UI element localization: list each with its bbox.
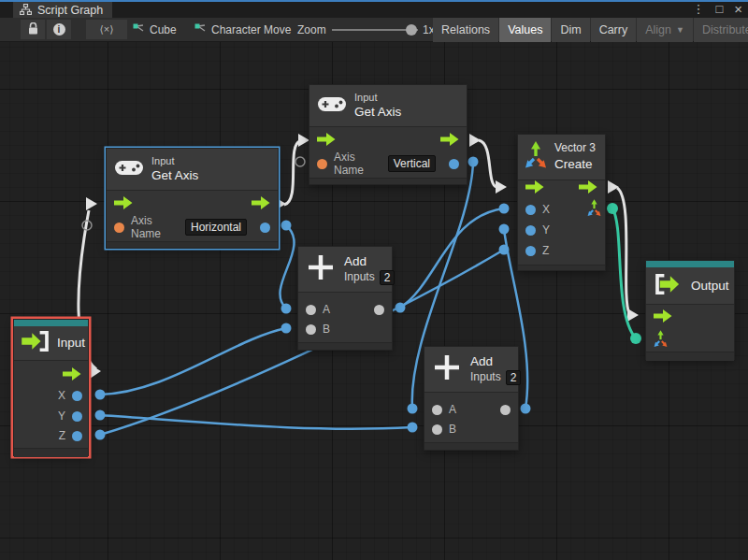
node-graph-input[interactable]: Input X Y Z [13, 319, 89, 456]
graph-tab-label: Cube [150, 23, 177, 36]
node-title: Get Axis [354, 104, 401, 121]
node-title: Add [344, 253, 395, 270]
values-button[interactable]: Values [499, 18, 551, 42]
dim-button[interactable]: Dim [552, 18, 589, 42]
breadcrumb-graph-cube[interactable]: Cube [133, 18, 177, 41]
input-port-a[interactable] [306, 305, 316, 315]
flow-in-port[interactable] [525, 180, 544, 197]
input-port-b[interactable] [432, 424, 442, 435]
code-icon: ⟨×⟩ [99, 23, 113, 36]
input-port-b[interactable] [306, 324, 316, 335]
input-port-y[interactable] [525, 225, 536, 236]
node-category: Input [354, 91, 401, 104]
window-tab-strip: Script Graph ⋮ □ × [0, 0, 748, 18]
param-label: Axis Name [131, 214, 179, 240]
result-output-port[interactable] [449, 159, 459, 169]
flow-in-port[interactable] [654, 309, 672, 326]
node-title: Get Axis [151, 167, 198, 184]
input-port-x[interactable] [525, 205, 536, 215]
node-category: Input [151, 154, 198, 167]
flow-out-port[interactable] [440, 133, 459, 150]
port-label: X [58, 389, 65, 402]
input-port-a[interactable] [432, 405, 442, 415]
flow-arrowhead [608, 180, 619, 194]
string-input-port[interactable] [114, 223, 124, 233]
flow-arrowhead [469, 134, 481, 147]
inputs-count-field[interactable]: 2 [380, 270, 396, 285]
port-label: A [449, 403, 456, 416]
node-graph-output[interactable]: Output [645, 260, 735, 360]
string-input-port[interactable] [317, 159, 327, 169]
input-port-z[interactable] [525, 246, 536, 256]
chevron-down-icon: ▼ [676, 25, 684, 35]
output-unit-icon [654, 273, 683, 299]
zoom-slider-handle[interactable] [406, 24, 417, 36]
wire-vector3-to-output-value [612, 208, 636, 338]
node-add-1[interactable]: Add Inputs 2 A B [297, 246, 393, 351]
flow-arrowhead [86, 197, 97, 210]
flow-in-port[interactable] [114, 196, 133, 213]
graph-tab-label: Character Move [211, 23, 291, 36]
gamepad-icon [318, 95, 346, 116]
node-add-2[interactable]: Add Inputs 2 A B [424, 346, 519, 451]
axis-name-field[interactable]: Vertical [388, 155, 436, 172]
lock-button[interactable] [21, 20, 45, 39]
port-label: B [449, 423, 456, 436]
graph-icon [133, 23, 145, 36]
flow-in-port[interactable] [317, 133, 336, 150]
flow-out-port[interactable] [252, 196, 270, 213]
vector3-icon [525, 141, 547, 173]
inputs-label: Inputs [344, 270, 375, 285]
relations-button[interactable]: Relations [433, 18, 498, 42]
vector3-input-port[interactable] [654, 330, 668, 352]
node-title: Create [554, 156, 596, 173]
maximize-icon[interactable]: □ [715, 1, 723, 17]
hierarchy-icon [20, 2, 32, 19]
empty-port-ring[interactable] [295, 157, 305, 166]
param-label: Axis Name [334, 151, 381, 177]
node-category: Vector 3 [554, 141, 596, 156]
flow-out-port[interactable] [579, 180, 597, 197]
node-get-axis-vertical[interactable]: Input Get Axis Axis Name Vertical [309, 84, 468, 185]
close-icon[interactable]: × [734, 1, 742, 17]
flow-arrowhead [627, 309, 639, 322]
node-vector3-create[interactable]: Vector 3 Create X [517, 134, 606, 271]
tab-script-graph[interactable]: Script Graph [13, 2, 112, 18]
output-port-x[interactable] [72, 391, 82, 401]
gamepad-icon [115, 159, 143, 179]
port-label: Z [542, 244, 549, 257]
unit-color-strip [14, 320, 88, 326]
axis-name-field[interactable]: Horizontal [185, 219, 247, 236]
graph-icon [194, 23, 207, 36]
port-label: Y [542, 223, 550, 237]
wire-flow-getaxis-v-to-vector3 [479, 140, 496, 187]
port-label: A [323, 303, 330, 316]
carry-button[interactable]: Carry [591, 18, 637, 42]
tab-title: Script Graph [37, 4, 103, 17]
flow-out-port[interactable] [63, 367, 81, 384]
info-button[interactable]: i [47, 20, 71, 39]
inputs-count-field[interactable]: 2 [506, 370, 522, 385]
result-output-port[interactable] [260, 223, 270, 233]
window-menu-icon[interactable]: ⋮ [692, 1, 704, 17]
sum-output-port[interactable] [374, 305, 384, 315]
flow-arrowhead [496, 180, 507, 194]
graph-canvas[interactable]: Input Get Axis Axis Name Vertical [0, 42, 748, 560]
unit-color-strip [646, 261, 734, 267]
plus-icon [307, 253, 335, 285]
code-view-button[interactable]: ⟨×⟩ [86, 20, 127, 39]
sum-output-port[interactable] [500, 405, 511, 415]
plus-icon [433, 353, 461, 385]
info-icon: i [53, 23, 65, 36]
node-title: Add [470, 353, 521, 370]
output-port-z[interactable] [72, 431, 82, 441]
port-label: Z [59, 429, 65, 442]
node-get-axis-horizontal[interactable]: Input Get Axis Axis Name Horizontal [106, 148, 279, 249]
wire-flow-getaxis-h-to-getaxis-v [284, 141, 300, 205]
output-port-y[interactable] [72, 411, 82, 422]
node-title: Input [57, 335, 85, 352]
breadcrumb-graph-character-move[interactable]: Character Move [194, 18, 291, 41]
lock-icon [28, 22, 38, 38]
distribute-dropdown[interactable]: Distribute▼ [694, 18, 748, 42]
align-dropdown[interactable]: Align▼ [637, 18, 693, 42]
